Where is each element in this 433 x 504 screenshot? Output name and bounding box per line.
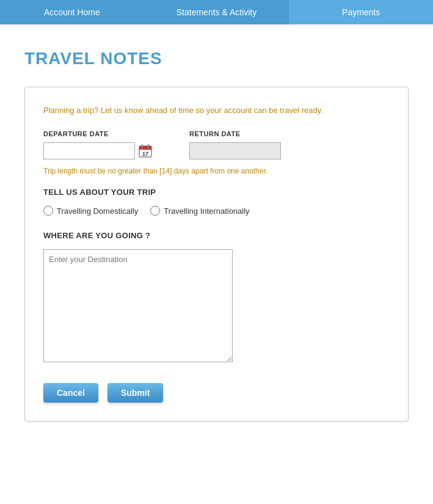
button-row: Cancel Submit — [43, 383, 390, 403]
radio-domestic-input[interactable] — [43, 206, 53, 216]
submit-button[interactable]: Submit — [107, 383, 163, 403]
date-row: DEPARTURE DATE 17 — [43, 130, 390, 159]
tell-us-label: TELL US ABOUT YOUR TRIP — [43, 188, 390, 197]
trip-type-radio-group: Travelling Domestically Travelling Inter… — [43, 206, 390, 216]
radio-international-label: Travelling Internationally — [164, 206, 249, 216]
departure-date-wrapper: 17 — [43, 142, 153, 159]
calendar-icon[interactable]: 17 — [138, 144, 153, 158]
nav-account-home[interactable]: Account Home — [0, 0, 145, 24]
planning-text: Planning a trip? Let us know ahead of ti… — [43, 106, 390, 115]
return-date-wrapper — [189, 142, 281, 159]
nav-statements-activity[interactable]: Statements & Activity — [145, 0, 289, 24]
radio-international-input[interactable] — [150, 206, 160, 216]
trip-length-note: Trip length must be no greater than [14]… — [43, 167, 390, 175]
nav-payments[interactable]: Payments — [289, 0, 433, 24]
main-nav: Account Home Statements & Activity Payme… — [0, 0, 433, 24]
return-date-input[interactable] — [189, 142, 281, 159]
return-date-group: RETURN DATE — [189, 130, 281, 159]
svg-text:17: 17 — [142, 151, 148, 157]
where-going-label: WHERE ARE YOU GOING ? — [43, 231, 390, 240]
departure-date-group: DEPARTURE DATE 17 — [43, 130, 153, 159]
destination-textarea[interactable] — [43, 249, 233, 362]
page-title: TRAVEL NOTES — [24, 49, 409, 68]
radio-domestic-label: Travelling Domestically — [57, 206, 138, 216]
radio-domestic-option[interactable]: Travelling Domestically — [43, 206, 138, 216]
main-content: TRAVEL NOTES Planning a trip? Let us kno… — [0, 24, 433, 504]
form-card: Planning a trip? Let us know ahead of ti… — [24, 87, 409, 422]
svg-rect-2 — [139, 148, 151, 150]
departure-date-label: DEPARTURE DATE — [43, 130, 153, 137]
departure-date-input[interactable] — [43, 142, 135, 159]
return-date-label: RETURN DATE — [189, 130, 281, 137]
radio-international-option[interactable]: Travelling Internationally — [150, 206, 249, 216]
cancel-button[interactable]: Cancel — [43, 383, 98, 403]
